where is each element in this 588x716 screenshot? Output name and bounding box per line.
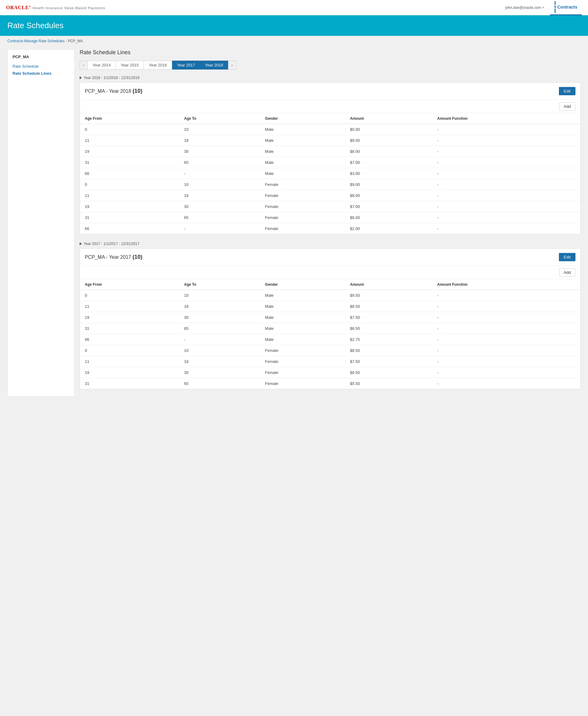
cell-age_from: 31 (80, 323, 179, 334)
cell-age_from: 66 (80, 334, 179, 345)
collapse-2017-icon[interactable] (80, 242, 82, 245)
top-nav: ORACLE® Health Insurance Value-Based Pay… (0, 0, 588, 15)
cell-amount: $0.00 (345, 124, 433, 135)
year-section-header-2018: Year 2018 - 1/1/2018 - 12/31/2018 (80, 76, 581, 80)
cell-gender: Female (260, 190, 345, 201)
cell-amount_function: - (432, 378, 580, 389)
year-tab-2015[interactable]: Year 2015 (116, 61, 144, 69)
cell-amount: $9.50 (345, 290, 433, 301)
contracts-nav-item[interactable]: Contracts (550, 0, 582, 15)
page-header: Rate Schedules (0, 15, 588, 36)
cell-amount_function: - (432, 323, 580, 334)
cell-amount: $7.00 (345, 157, 433, 168)
cell-amount: $3.00 (345, 168, 433, 179)
cell-amount_function: - (432, 157, 580, 168)
breadcrumb-contracts[interactable]: Contracts (7, 39, 23, 43)
table-row: 1118Male$9.00- (80, 135, 580, 146)
cell-amount: $7.00 (345, 201, 433, 212)
sidebar-link-rate-schedule[interactable]: Rate Schedule (13, 63, 69, 70)
year-section-2018: Year 2018 - 1/1/2018 - 12/31/2018 PCP_MA… (80, 76, 581, 234)
cell-gender: Male (260, 323, 345, 334)
edit-button-2017[interactable]: Edit (559, 253, 575, 261)
col-amount-2018: Amount (345, 113, 433, 124)
breadcrumb-manage[interactable]: Manage Rate Schedules (24, 39, 64, 43)
year-section-2017: Year 2017 - 1/1/2017 - 12/31/2017 PCP_MA… (80, 241, 581, 389)
cell-age_from: 66 (80, 168, 179, 179)
user-info[interactable]: john.doe@oracle.com ▾ (505, 5, 544, 10)
add-row-2017: Add (80, 266, 580, 279)
year-tab-2017[interactable]: Year 2017 (172, 61, 200, 69)
cell-age_to: 30 (179, 146, 260, 157)
col-gender-2018: Gender (260, 113, 345, 124)
cell-amount: $9.00 (345, 179, 433, 190)
breadcrumb: Contracts-Manage Rate Schedules - PCP_MA (0, 36, 588, 46)
cell-age_to: 10 (179, 345, 260, 356)
cell-age_to: - (179, 223, 260, 234)
edit-button-2018[interactable]: Edit (559, 87, 575, 95)
table-row: 1118Female$7.50- (80, 356, 580, 367)
cell-age_to: 30 (179, 367, 260, 378)
table-row: 66-Male$3.00- (80, 168, 580, 179)
add-button-2018[interactable]: Add (559, 102, 575, 110)
sidebar-link-rate-schedule-lines[interactable]: Rate Schedule Lines (13, 70, 69, 77)
year-prev-button[interactable]: ‹ (80, 61, 88, 69)
content-area: Rate Schedule Lines ‹ Year 2014 Year 201… (80, 49, 581, 397)
table-row: 010Male$9.50- (80, 290, 580, 301)
rate-card-title-2017: PCP_MA - Year 2017 (10) (85, 254, 142, 260)
add-row-2018: Add (80, 100, 580, 113)
cell-gender: Male (260, 146, 345, 157)
year-tab-2014[interactable]: Year 2014 (88, 61, 116, 69)
cell-gender: Female (260, 345, 345, 356)
year-tabs: ‹ Year 2014 Year 2015 Year 2016 Year 201… (80, 61, 581, 69)
contracts-icon (554, 1, 555, 13)
table-row: 1930Female$7.00- (80, 201, 580, 212)
cell-age_to: 65 (179, 378, 260, 389)
rate-card-header-2018: PCP_MA - Year 2018 (10) Edit (80, 83, 580, 100)
table-row: 1118Female$8.00- (80, 190, 580, 201)
cell-age_from: 31 (80, 157, 179, 168)
cell-amount: $8.50 (345, 301, 433, 312)
cell-amount: $5.50 (345, 378, 433, 389)
cell-age_from: 0 (80, 345, 179, 356)
cell-gender: Male (260, 290, 345, 301)
cell-age_to: 30 (179, 312, 260, 323)
cell-amount: $7.50 (345, 312, 433, 323)
cell-amount: $2.00 (345, 223, 433, 234)
rate-card-2018: PCP_MA - Year 2018 (10) Edit Add Age Fro… (80, 82, 581, 234)
collapse-2018-icon[interactable] (80, 76, 82, 79)
cell-gender: Female (260, 201, 345, 212)
table-row: 3165Female$6.00- (80, 212, 580, 223)
cell-gender: Female (260, 378, 345, 389)
cell-age_to: 10 (179, 124, 260, 135)
cell-age_to: 18 (179, 356, 260, 367)
cell-gender: Female (260, 223, 345, 234)
add-button-2017[interactable]: Add (559, 268, 575, 276)
cell-amount_function: - (432, 146, 580, 157)
cell-age_to: 18 (179, 301, 260, 312)
cell-amount_function: - (432, 135, 580, 146)
cell-age_to: 65 (179, 323, 260, 334)
rate-card-header-2017: PCP_MA - Year 2017 (10) Edit (80, 249, 580, 266)
col-gender-2017: Gender (260, 279, 345, 290)
table-row: 1930Male$8.00- (80, 146, 580, 157)
oracle-logo: ORACLE® Health Insurance Value-Based Pay… (6, 5, 105, 10)
cell-gender: Male (260, 135, 345, 146)
contracts-nav-label: Contracts (558, 5, 577, 9)
cell-gender: Female (260, 179, 345, 190)
year-tab-2016[interactable]: Year 2016 (144, 61, 172, 69)
cell-age_to: 30 (179, 201, 260, 212)
cell-amount: $6.50 (345, 367, 433, 378)
cell-age_from: 66 (80, 223, 179, 234)
cell-age_to: 65 (179, 157, 260, 168)
year-next-button[interactable]: › (228, 61, 236, 69)
table-row: 3165Male$7.00- (80, 157, 580, 168)
cell-gender: Male (260, 334, 345, 345)
cell-gender: Female (260, 212, 345, 223)
col-amount-2017: Amount (345, 279, 433, 290)
year-tab-2018[interactable]: Year 2018 (200, 61, 229, 69)
user-dropdown-arrow[interactable]: ▾ (542, 6, 544, 9)
cell-amount: $7.50 (345, 356, 433, 367)
cell-age_to: 65 (179, 212, 260, 223)
cell-age_from: 0 (80, 124, 179, 135)
table-row: 66-Male$2.75- (80, 334, 580, 345)
